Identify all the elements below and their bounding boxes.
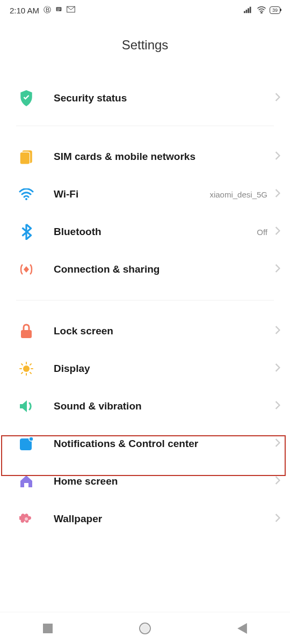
chevron-right-icon xyxy=(275,226,280,237)
shield-check-icon xyxy=(18,90,34,106)
flower-icon xyxy=(18,511,34,527)
sun-icon xyxy=(18,361,34,377)
status-time: 2:10 AM xyxy=(10,6,39,15)
svg-rect-23 xyxy=(43,624,53,633)
svg-point-9 xyxy=(25,198,27,200)
divider xyxy=(16,126,274,126)
wifi-status-icon xyxy=(257,6,266,15)
nav-back-button[interactable] xyxy=(237,623,247,634)
setting-item-wifi[interactable]: Wi-Fi xiaomi_desi_5G xyxy=(0,175,290,213)
setting-label: Wallpaper xyxy=(54,513,275,525)
setting-label: Display xyxy=(54,363,275,375)
svg-rect-10 xyxy=(21,330,32,338)
setting-item-wallpaper[interactable]: Wallpaper xyxy=(0,500,290,538)
svg-point-6 xyxy=(261,12,262,13)
svg-rect-4 xyxy=(248,8,249,13)
setting-value: xiaomi_desi_5G xyxy=(209,190,267,199)
wifi-icon xyxy=(18,186,34,202)
page-title: Settings xyxy=(0,18,290,74)
chevron-right-icon xyxy=(275,264,280,275)
chevron-right-icon xyxy=(275,514,280,524)
setting-item-connection-sharing[interactable]: Connection & sharing xyxy=(0,251,290,297)
chevron-right-icon xyxy=(275,476,280,487)
chevron-right-icon xyxy=(275,326,280,336)
navigation-bar xyxy=(0,612,290,644)
notifications-icon xyxy=(18,436,34,452)
chevron-right-icon xyxy=(275,93,280,104)
svg-line-18 xyxy=(30,364,31,365)
chevron-right-icon xyxy=(275,363,280,374)
svg-rect-8 xyxy=(20,152,30,164)
setting-label: Home screen xyxy=(54,475,275,487)
chevron-right-icon xyxy=(275,438,280,449)
speaker-icon xyxy=(18,398,34,414)
signal-icon xyxy=(244,6,253,15)
svg-point-22 xyxy=(25,517,28,521)
svg-line-19 xyxy=(21,372,23,374)
setting-item-notifications[interactable]: Notifications & Control center xyxy=(0,425,290,463)
notification-icon-chat xyxy=(55,6,62,14)
bluetooth-icon xyxy=(18,224,34,240)
setting-label: SIM cards & mobile networks xyxy=(54,151,275,163)
chevron-right-icon xyxy=(275,401,280,412)
svg-point-21 xyxy=(29,437,33,441)
nav-recent-button[interactable] xyxy=(43,624,53,633)
svg-point-25 xyxy=(141,625,149,632)
setting-item-display[interactable]: Display xyxy=(0,350,290,387)
divider xyxy=(16,300,274,301)
notification-icon-gmail xyxy=(67,6,75,14)
svg-rect-5 xyxy=(250,6,251,13)
setting-label: Notifications & Control center xyxy=(54,438,275,450)
setting-label: Wi-Fi xyxy=(54,188,209,200)
setting-item-sim-cards[interactable]: SIM cards & mobile networks xyxy=(0,129,290,175)
svg-rect-3 xyxy=(246,10,248,13)
setting-item-security-status[interactable]: Security status xyxy=(0,74,290,122)
connection-sharing-icon xyxy=(18,261,34,277)
svg-point-11 xyxy=(23,365,30,372)
setting-item-bluetooth[interactable]: Bluetooth Off xyxy=(0,213,290,251)
sim-card-icon xyxy=(18,149,34,165)
setting-item-sound-vibration[interactable]: Sound & vibration xyxy=(0,387,290,425)
status-bar: 2:10 AM Ⓑ 39 xyxy=(0,0,290,18)
battery-icon: 39 xyxy=(270,6,280,14)
setting-label: Security status xyxy=(54,92,275,104)
chevron-right-icon xyxy=(275,151,280,162)
svg-line-16 xyxy=(21,364,23,365)
nav-home-button[interactable] xyxy=(139,622,151,635)
svg-rect-2 xyxy=(244,11,245,13)
setting-label: Lock screen xyxy=(54,325,275,337)
chevron-right-icon xyxy=(275,189,280,200)
settings-list: Security status SIM cards & mobile netwo… xyxy=(0,74,290,538)
svg-line-17 xyxy=(30,372,31,374)
setting-value: Off xyxy=(257,228,267,237)
setting-item-lock-screen[interactable]: Lock screen xyxy=(0,304,290,350)
setting-label: Connection & sharing xyxy=(54,264,275,275)
setting-label: Bluetooth xyxy=(54,226,257,238)
notification-icon-b: Ⓑ xyxy=(44,5,51,15)
setting-label: Sound & vibration xyxy=(54,400,275,412)
setting-item-home-screen[interactable]: Home screen xyxy=(0,463,290,500)
lock-icon xyxy=(18,323,34,339)
home-icon xyxy=(18,473,34,489)
